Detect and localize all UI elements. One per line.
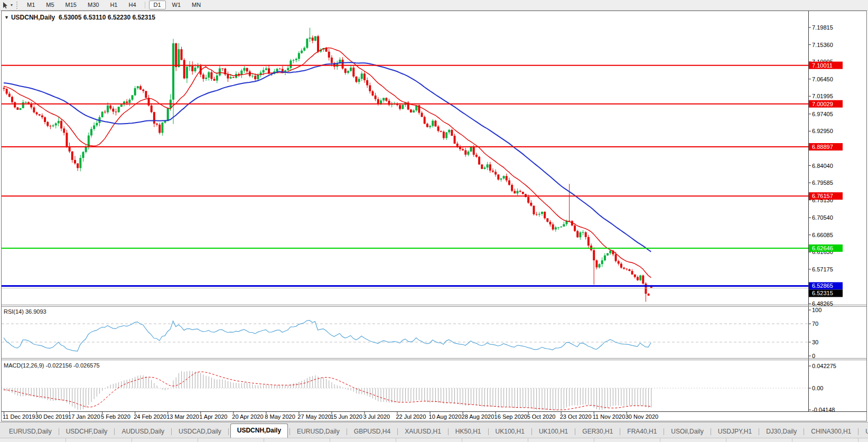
svg-text:6.57175: 6.57175 [812, 266, 833, 272]
svg-text:8 May 2020: 8 May 2020 [265, 413, 295, 420]
svg-text:7.15360: 7.15360 [812, 42, 833, 48]
tab-usdchf-daily[interactable]: USDCHF,Daily [60, 426, 114, 438]
svg-text:6.52865: 6.52865 [812, 283, 833, 289]
timeframe-button-m1[interactable]: M1 [22, 1, 40, 10]
svg-text:3 Jul 2020: 3 Jul 2020 [363, 413, 390, 420]
tab-divider [397, 428, 398, 435]
tab-dj30-daily[interactable]: DJ30,Daily [760, 426, 803, 438]
svg-text:28 Aug 2020: 28 Aug 2020 [462, 413, 494, 420]
svg-text:70: 70 [812, 321, 818, 327]
toolbar: ▾ M1M5M15M30H1H4D1W1MN [0, 0, 868, 11]
svg-text:0.00: 0.00 [812, 385, 823, 391]
tab-eurusd-daily[interactable]: EURUSD,Daily [3, 426, 58, 438]
timeframe-button-h4[interactable]: H4 [124, 1, 141, 10]
svg-text:30: 30 [812, 339, 818, 345]
timeframe-button-h1[interactable]: H1 [105, 1, 122, 10]
svg-text:15 Jun 2020: 15 Jun 2020 [330, 413, 362, 420]
svg-text:20 Apr 2020: 20 Apr 2020 [232, 413, 263, 420]
mt4-chart-window: { "icons":{"collapse":"▼","dropdown":"▾"… [0, 0, 868, 442]
tab-divider [171, 428, 172, 435]
tab-divider [59, 428, 59, 435]
svg-text:0: 0 [812, 353, 815, 359]
svg-text:6.62646: 6.62646 [812, 245, 833, 251]
svg-text:7.10011: 7.10011 [812, 62, 833, 69]
svg-text:30 Nov 2020: 30 Nov 2020 [626, 413, 658, 420]
svg-text:-0.04148: -0.04148 [812, 407, 835, 413]
svg-text:100: 100 [812, 307, 822, 313]
svg-text:24 Feb 2020: 24 Feb 2020 [134, 413, 166, 420]
svg-text:27 May 2020: 27 May 2020 [297, 413, 331, 420]
symbol-tabbar: EURUSD,DailyUSDCHF,DailyAUDUSD,DailyUSDC… [0, 422, 868, 438]
timeframe-button-d1[interactable]: D1 [149, 1, 166, 10]
tab-divider [858, 428, 858, 435]
svg-text:0.042275: 0.042275 [812, 363, 836, 369]
svg-text:23 Oct 2020: 23 Oct 2020 [560, 413, 592, 420]
svg-text:17 Jan 2020: 17 Jan 2020 [68, 413, 100, 420]
tab-uk100-h1[interactable]: UK100,H1 [533, 426, 574, 438]
chart-ohlc-values: 6.53005 6.53110 6.52230 6.52315 [59, 14, 155, 21]
svg-text:7.19815: 7.19815 [812, 24, 833, 31]
svg-text:10 Aug 2020: 10 Aug 2020 [429, 413, 462, 420]
tab-usoil-daily[interactable]: USOil,Daily [665, 426, 710, 438]
svg-text:6.48265: 6.48265 [812, 300, 833, 307]
tab-divider [448, 428, 449, 435]
tab-usdjpy-h1[interactable]: USDJPY,H1 [712, 426, 758, 438]
svg-text:6.84040: 6.84040 [812, 163, 833, 169]
tab-divider [759, 428, 759, 435]
svg-text:6.70540: 6.70540 [812, 214, 833, 221]
svg-text:6.92950: 6.92950 [812, 128, 833, 134]
chart-cursor-icon[interactable] [2, 2, 10, 9]
tab-divider [114, 428, 115, 435]
tab-gbpusd-h4[interactable]: GBPUSD,H4 [348, 426, 397, 438]
svg-text:6.97405: 6.97405 [812, 111, 833, 117]
tab-usdcad-daily[interactable]: USDCAD,Daily [172, 426, 228, 438]
collapse-triangle-icon[interactable]: ▼ [4, 15, 9, 20]
tab-divider [290, 428, 290, 435]
tab-divider [347, 428, 347, 435]
svg-text:11 Nov 2020: 11 Nov 2020 [593, 413, 626, 420]
tab-usoil-h1[interactable]: USOil,H1 [859, 426, 868, 438]
svg-text:6.66085: 6.66085 [812, 232, 833, 238]
svg-text:6.52315: 6.52315 [812, 290, 833, 296]
timeframe-button-m5[interactable]: M5 [41, 1, 59, 10]
status-strip [0, 438, 868, 442]
tab-divider [711, 428, 711, 435]
tab-usdcnh-daily[interactable]: USDCNH,Daily [230, 424, 288, 438]
toolbar-separator [145, 2, 145, 8]
tab-divider [531, 428, 532, 435]
svg-text:5 Feb 2020: 5 Feb 2020 [101, 413, 130, 420]
timeframe-button-mn[interactable]: MN [187, 1, 206, 10]
chart-canvas[interactable]: 7.198157.153607.109057.064507.019956.974… [0, 0, 868, 442]
chart-symbol-period: USDCNH,Daily [11, 14, 55, 21]
svg-text:1 Apr 2020: 1 Apr 2020 [199, 413, 227, 420]
tab-divider [228, 428, 229, 435]
tab-divider [620, 428, 620, 435]
tab-china300-h1[interactable]: CHINA300,H1 [805, 426, 857, 438]
dropdown-caret-icon[interactable]: ▾ [11, 3, 13, 7]
rsi-indicator-label: RSI(14) 36.9093 [4, 308, 46, 315]
timeframe-buttons: M1M5M15M30H1H4D1W1MN [22, 1, 206, 10]
svg-text:5 Oct 2020: 5 Oct 2020 [527, 413, 556, 420]
timeframe-button-m15[interactable]: M15 [61, 1, 81, 10]
tab-divider [575, 428, 575, 435]
tab-divider [664, 428, 664, 435]
tab-audusd-daily[interactable]: AUDUSD,Daily [115, 426, 171, 438]
svg-text:11 Dec 2019: 11 Dec 2019 [3, 413, 35, 420]
svg-text:7.06450: 7.06450 [812, 76, 833, 82]
timeframe-button-w1[interactable]: W1 [167, 1, 186, 10]
tab-eurusd-daily[interactable]: EURUSD,Daily [291, 426, 346, 438]
svg-text:30 Dec 2019: 30 Dec 2019 [35, 413, 68, 420]
tab-uk100-h1[interactable]: UK100,H1 [489, 426, 531, 438]
svg-text:7.01995: 7.01995 [812, 93, 833, 99]
tab-ger30-h1[interactable]: GER30,H1 [576, 426, 619, 438]
symbol-tabs: EURUSD,DailyUSDCHF,DailyAUDUSD,DailyUSDC… [3, 424, 868, 438]
tab-hk50-h1[interactable]: HK50,H1 [449, 426, 488, 438]
tab-divider [488, 428, 489, 435]
svg-text:16 Sep 2020: 16 Sep 2020 [494, 413, 527, 420]
svg-text:13 Mar 2020: 13 Mar 2020 [166, 413, 199, 420]
toolbar-grip[interactable] [16, 2, 19, 9]
timeframe-button-m30[interactable]: M30 [83, 1, 104, 10]
tab-fra40-h1[interactable]: FRA40,H1 [621, 426, 663, 438]
svg-text:7.00029: 7.00029 [812, 101, 833, 107]
tab-xauusd-h1[interactable]: XAUUSD,H1 [398, 426, 447, 438]
